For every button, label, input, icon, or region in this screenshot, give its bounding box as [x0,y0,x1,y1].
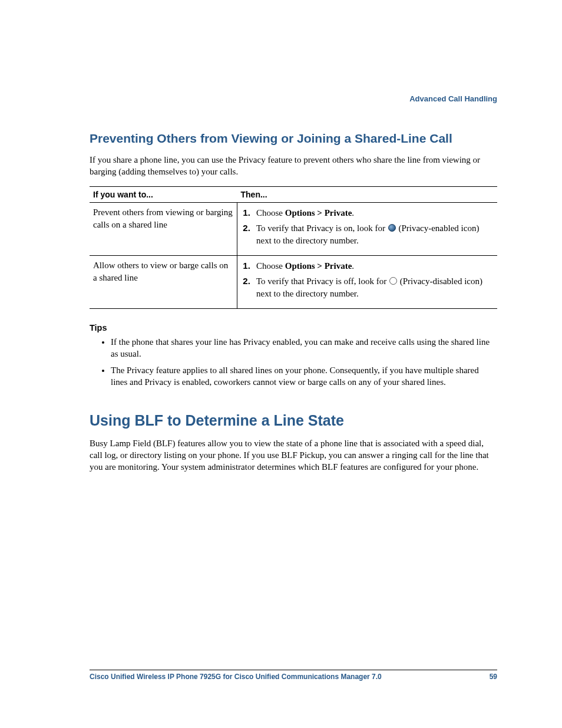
table-header-if: If you want to... [90,186,237,202]
row1-step2: To verify that Privacy is on, look for (… [253,222,494,247]
footer-title: Cisco Unified Wireless IP Phone 7925G fo… [90,673,382,681]
row1-step1: Choose Options > Private. [253,206,494,219]
tips-label: Tips [90,323,497,332]
privacy-disabled-icon [389,277,397,285]
privacy-table: If you want to... Then... Prevent others… [90,186,497,309]
row2-step2: To verify that Privacy is off, look for … [253,275,494,300]
tip-item: If the phone that shares your line has P… [111,336,497,360]
tip-item: The Privacy feature applies to all share… [111,364,497,388]
tips-list: If the phone that shares your line has P… [90,336,497,388]
subheading-preventing: Preventing Others from Viewing or Joinin… [90,131,497,146]
privacy-enabled-icon [388,224,396,232]
intro-paragraph-1: If you share a phone line, you can use t… [90,154,497,178]
table-header-then: Then... [237,186,498,202]
table-row: Allow others to view or barge calls on a… [90,255,497,308]
row2-right: Choose Options > Private. To verify that… [237,255,498,308]
section-header: Advanced Call Handling [90,94,497,103]
footer-page-number: 59 [490,673,497,681]
intro-paragraph-2: Busy Lamp Field (BLF) features allow you… [90,437,497,473]
row2-step1: Choose Options > Private. [253,259,494,272]
table-row: Prevent others from viewing or barging c… [90,202,497,255]
row2-left: Allow others to view or barge calls on a… [90,255,237,308]
row1-right: Choose Options > Private. To verify that… [237,202,498,255]
heading-blf: Using BLF to Determine a Line State [90,412,497,429]
row1-left: Prevent others from viewing or barging c… [90,202,237,255]
page-footer: Cisco Unified Wireless IP Phone 7925G fo… [90,670,497,681]
